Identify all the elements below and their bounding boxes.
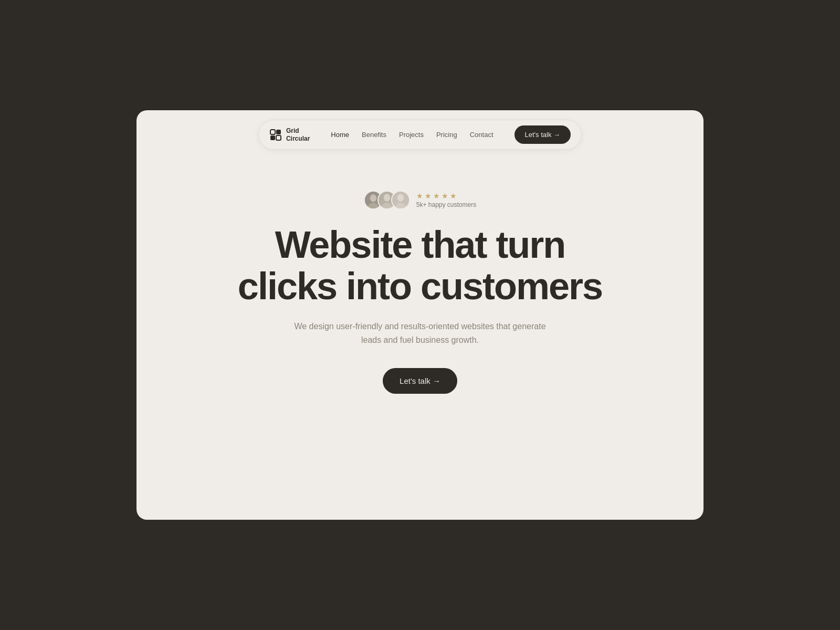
avatar-group — [364, 191, 410, 209]
svg-rect-1 — [276, 130, 281, 134]
svg-point-8 — [384, 194, 390, 201]
logo-text: Grid Circular — [286, 127, 310, 142]
rating-area: ★ ★ ★ ★ ★ 5k+ happy customers — [416, 192, 476, 208]
social-proof: ★ ★ ★ ★ ★ 5k+ happy customers — [364, 191, 476, 209]
hero-section: ★ ★ ★ ★ ★ 5k+ happy customers Website th… — [136, 159, 704, 415]
avatar-3 — [391, 191, 410, 209]
hero-subtext: We design user-friendly and results-orie… — [294, 320, 546, 346]
star-3: ★ — [433, 192, 440, 200]
hero-cta-button[interactable]: Let's talk → — [383, 368, 457, 394]
nav-link-pricing[interactable]: Pricing — [436, 131, 457, 139]
browser-window: Grid Circular Home Benefits Projects Pri… — [136, 110, 704, 520]
nav-cta-button[interactable]: Let's talk → — [514, 125, 571, 144]
nav-pill: Grid Circular Home Benefits Projects Pri… — [258, 120, 582, 150]
logo-icon — [269, 129, 282, 141]
svg-rect-3 — [276, 135, 281, 140]
star-4: ★ — [442, 192, 448, 200]
nav-link-benefits[interactable]: Benefits — [362, 131, 386, 139]
svg-rect-2 — [270, 135, 275, 140]
navbar: Grid Circular Home Benefits Projects Pri… — [136, 110, 704, 159]
svg-point-5 — [370, 194, 376, 202]
nav-links: Home Benefits Projects Pricing Contact — [331, 131, 493, 139]
nav-link-home[interactable]: Home — [331, 131, 349, 139]
star-5: ★ — [450, 192, 457, 200]
nav-link-contact[interactable]: Contact — [470, 131, 494, 139]
logo-area: Grid Circular — [269, 127, 310, 142]
svg-rect-0 — [270, 130, 275, 134]
svg-point-11 — [397, 194, 404, 201]
nav-link-projects[interactable]: Projects — [399, 131, 424, 139]
star-rating: ★ ★ ★ ★ ★ — [416, 192, 457, 200]
hero-headline: Website that turn clicks into customers — [238, 224, 602, 307]
rating-text: 5k+ happy customers — [416, 201, 476, 208]
star-2: ★ — [425, 192, 432, 200]
star-1: ★ — [416, 192, 423, 200]
